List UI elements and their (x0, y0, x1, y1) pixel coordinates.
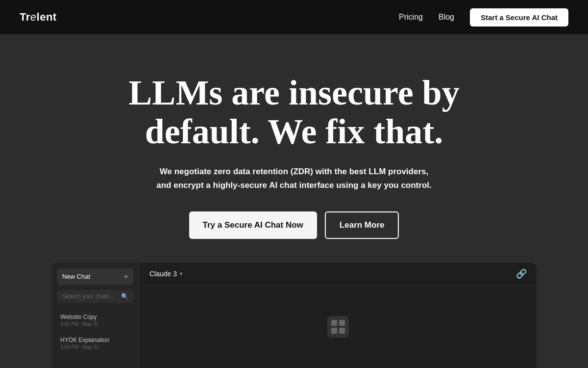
nav-cta-button[interactable]: Start a Secure AI Chat (470, 8, 568, 26)
nav-links: Pricing Blog Start a Secure AI Chat (399, 8, 568, 26)
try-chat-button[interactable]: Try a Secure AI Chat Now (189, 211, 317, 239)
list-item[interactable]: HYOK Explanation 3:50 PM · May 31 (57, 333, 133, 354)
chat-item-title: Website Copy (60, 314, 130, 320)
chat-item-time: 3:50 PM · May 31 (60, 344, 130, 350)
hero-section: LLMs are insecure by default. We fix tha… (0, 34, 588, 368)
app-content (140, 286, 537, 368)
app-main: Claude 3 ▾ 🔗 (140, 263, 537, 368)
hero-subtitle: We negotiate zero data retention (ZDR) w… (152, 165, 436, 191)
learn-more-button[interactable]: Learn More (325, 211, 399, 239)
navbar: Trelent Pricing Blog Start a Secure AI C… (0, 0, 588, 34)
search-bar[interactable]: Search your chats... 🔍 (57, 290, 133, 303)
chevron-down-icon: ▾ (180, 271, 182, 276)
search-icon: 🔍 (121, 293, 128, 300)
hero-buttons: Try a Secure AI Chat Now Learn More (189, 211, 399, 239)
grid-dot (331, 328, 337, 334)
new-chat-plus-icon: + (124, 272, 128, 281)
link-icon[interactable]: 🔗 (516, 268, 527, 279)
chat-item-title: HYOK Explanation (60, 337, 130, 343)
app-topbar: Claude 3 ▾ 🔗 (140, 263, 537, 286)
model-selector[interactable]: Claude 3 ▾ (149, 270, 182, 278)
grid-dot (331, 320, 337, 326)
search-placeholder: Search your chats... (62, 293, 115, 300)
model-label: Claude 3 (149, 270, 177, 278)
nav-blog-link[interactable]: Blog (439, 13, 454, 22)
list-item[interactable]: Website Copy 3:50 PM · May 31 (57, 310, 133, 331)
hero-title: LLMs are insecure by default. We fix tha… (98, 74, 490, 151)
logo: Trelent (20, 11, 57, 24)
grid-icon (327, 316, 349, 338)
grid-dot (339, 328, 345, 334)
app-sidebar: New Chat + Search your chats... 🔍 Websit… (51, 263, 140, 368)
chat-item-time: 3:50 PM · May 31 (60, 321, 130, 327)
nav-pricing-link[interactable]: Pricing (399, 13, 423, 22)
grid-dot (339, 320, 345, 326)
new-chat-button[interactable]: New Chat + (57, 268, 133, 285)
app-preview: New Chat + Search your chats... 🔍 Websit… (51, 263, 537, 368)
new-chat-label: New Chat (62, 273, 90, 280)
